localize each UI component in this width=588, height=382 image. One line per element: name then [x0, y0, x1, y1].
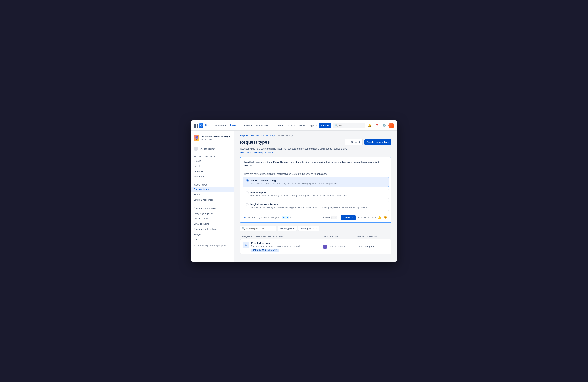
thumbs-down-icon[interactable]: 👎	[383, 216, 387, 220]
nav-apps[interactable]: Apps▾	[308, 123, 318, 128]
info-icon[interactable]: ℹ	[290, 216, 291, 219]
suggestion-option-0[interactable]: Wand Troubleshooting Assistance with wan…	[243, 177, 389, 187]
search-bar[interactable]: 🔍	[333, 123, 365, 128]
sidebar-item-chat[interactable]: Chat	[191, 237, 234, 242]
find-request-type-input[interactable]	[246, 227, 274, 230]
ai-suggestions-label: Here are some suggestions for request ty…	[240, 170, 391, 177]
ai-suggestion-box: I run the IT department at a Magic Schoo…	[240, 157, 391, 223]
sidebar-item-forms[interactable]: Forms	[191, 192, 234, 197]
sidebar-item-people-label: People	[194, 165, 201, 168]
nav-assets[interactable]: Assets	[297, 123, 307, 128]
row-tag: Used by email channel	[251, 249, 279, 252]
back-to-project-link[interactable]: ← Back to project	[191, 145, 234, 153]
sidebar-item-details[interactable]: Details	[191, 158, 234, 164]
sidebar-item-portal-settings-label: Portal settings	[194, 217, 209, 220]
filter-bar: 🔍 Issue types ▾ Portal groups ▾	[240, 226, 391, 231]
table-header: Request type and description Issue type …	[240, 234, 391, 239]
row-title: Emailed request	[251, 242, 300, 245]
sidebar-item-summary[interactable]: Summary	[191, 174, 234, 179]
suggest-button[interactable]: ✦ Suggest	[345, 139, 363, 145]
logo-area[interactable]: Jira	[194, 123, 209, 128]
create-request-type-button[interactable]: Create request type	[364, 139, 391, 145]
ai-create-label: Create	[343, 216, 350, 219]
suggestion-desc-2: Requests for accessing and troubleshooti…	[250, 206, 368, 209]
search-icon: 🔍	[335, 124, 338, 127]
page-header: Request types ✦ Suggest Create request t…	[240, 139, 391, 145]
suggestion-title-1: Potion Support	[250, 191, 348, 194]
notifications-icon[interactable]: 🔔	[367, 123, 373, 128]
request-type-table: Request type and description Issue type …	[240, 234, 391, 254]
nav-items: Your work▾ Projects▾ Filters▾ Dashboards…	[212, 123, 331, 128]
suggestion-desc-0: Assistance with wand-related issues, suc…	[250, 182, 338, 185]
sidebar: 🔮 Atlassian School of Magic Service proj…	[191, 131, 234, 262]
issue-types-chevron-icon: ▾	[293, 227, 294, 230]
sidebar-item-features-label: Features	[194, 170, 203, 173]
row-info: Emailed request Request received from yo…	[251, 242, 300, 252]
issue-types-filter[interactable]: Issue types ▾	[278, 226, 297, 231]
sidebar-item-portal-settings[interactable]: Portal settings	[191, 216, 234, 221]
nav-dashboards[interactable]: Dashboards▾	[254, 123, 272, 128]
nav-teams[interactable]: Teams▾	[273, 123, 285, 128]
sidebar-item-language-support[interactable]: Language support	[191, 211, 234, 216]
nav-projects[interactable]: Projects▾	[228, 123, 242, 128]
sidebar-item-people[interactable]: People	[191, 164, 234, 169]
suggestion-content-0: Wand Troubleshooting Assistance with wan…	[250, 179, 338, 185]
suggestion-option-2[interactable]: Magical Network Access Requests for acce…	[243, 201, 389, 211]
nav-right: 🔍 🔔 ❓ ⚙️	[333, 123, 394, 128]
issue-type-label: General request	[328, 245, 345, 248]
cancel-button[interactable]: Cancel Esc	[321, 215, 339, 220]
jira-logo[interactable]: Jira	[199, 123, 209, 128]
breadcrumb-projects[interactable]: Projects	[240, 134, 248, 137]
table-row[interactable]: ✉ Emailed request Request received from …	[240, 239, 391, 254]
ai-create-button[interactable]: Create ↵	[341, 215, 355, 220]
radio-magical-network[interactable]	[246, 203, 249, 206]
thumbs-up-icon[interactable]: 👍	[377, 216, 382, 220]
row-more-options-icon[interactable]: ⋯	[384, 244, 388, 249]
main-layout: 🔮 Atlassian School of Magic Service proj…	[191, 131, 397, 262]
sidebar-item-features[interactable]: Features	[191, 169, 234, 174]
sidebar-item-customer-permissions[interactable]: Customer permissions	[191, 206, 234, 211]
help-icon[interactable]: ❓	[374, 123, 380, 128]
main-content: Projects / Atlassian School of Magic / P…	[234, 131, 397, 262]
portal-groups-filter[interactable]: Portal groups ▾	[298, 226, 319, 231]
sidebar-item-customer-notifications[interactable]: Customer notifications	[191, 227, 234, 232]
nav-create-button[interactable]: Create	[319, 123, 331, 128]
project-name: Atlassian School of Magic	[201, 135, 231, 138]
sidebar-item-external-resources[interactable]: External resources	[191, 197, 234, 202]
user-avatar[interactable]	[388, 123, 394, 128]
rate-label: Rate this response	[358, 216, 376, 219]
settings-icon[interactable]: ⚙️	[381, 123, 387, 128]
suggestion-option-1[interactable]: Potion Support Guidance and troubleshoot…	[243, 189, 389, 199]
project-type: Service project	[201, 138, 231, 140]
sidebar-divider-2	[194, 204, 231, 204]
cancel-label: Cancel	[323, 216, 330, 219]
sidebar-divider-1	[194, 181, 231, 181]
header-actions: ✦ Suggest Create request type	[345, 139, 391, 145]
breadcrumb-sep-2: /	[277, 134, 277, 137]
sidebar-item-chat-label: Chat	[194, 238, 199, 241]
learn-more-link[interactable]: Learn more about request types.	[240, 151, 274, 154]
sidebar-item-request-types[interactable]: Request types	[191, 187, 234, 192]
jira-wordmark: Jira	[204, 124, 209, 127]
suggestion-title-2: Magical Network Access	[250, 203, 368, 206]
project-header: 🔮 Atlassian School of Magic Service proj…	[191, 134, 234, 144]
ai-prompt-text: I run the IT department at a Magic Schoo…	[240, 157, 391, 170]
sidebar-item-email-requests[interactable]: Email requests	[191, 221, 234, 227]
nav-filters[interactable]: Filters▾	[242, 123, 254, 128]
find-request-type-search[interactable]: 🔍	[240, 226, 276, 231]
enter-icon: ↵	[351, 216, 353, 219]
ai-sparkle-icon: ✦	[244, 216, 246, 219]
table-col-portal: Portal groups	[357, 235, 389, 238]
sparkle-icon: ✦	[348, 140, 350, 144]
nav-plans[interactable]: Plans▾	[285, 123, 296, 128]
apps-grid-icon[interactable]	[194, 124, 198, 128]
nav-your-work[interactable]: Your work▾	[212, 123, 228, 128]
radio-wand-troubleshooting[interactable]	[246, 179, 249, 182]
radio-potion-support[interactable]	[246, 191, 249, 194]
breadcrumb-project-name[interactable]: Atlassian School of Magic	[251, 134, 275, 137]
table-col-request: Request type and description	[242, 235, 324, 238]
suggest-label: Suggest	[351, 141, 360, 143]
row-portal-group: Hidden from portal ⋯	[356, 244, 388, 249]
sidebar-item-widget[interactable]: Widget	[191, 232, 234, 237]
search-input[interactable]	[339, 124, 363, 127]
